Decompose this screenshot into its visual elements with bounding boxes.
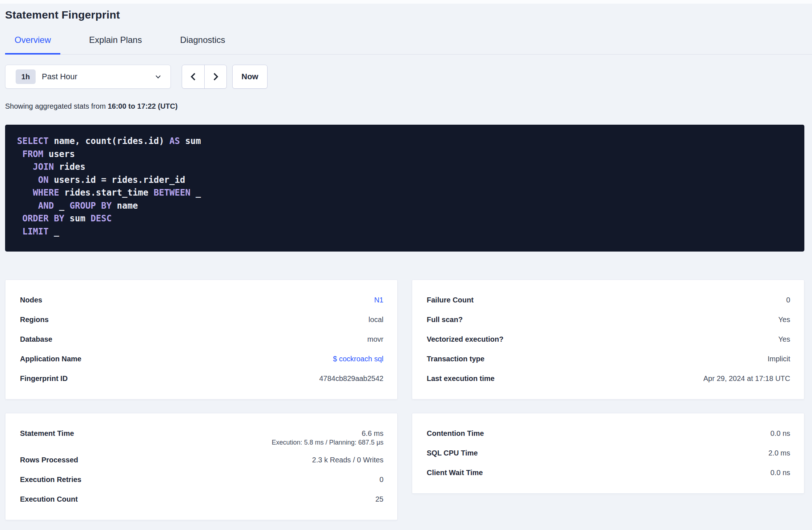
row-values: 2.3 k Reads / 0 Writes xyxy=(312,456,383,464)
row-values: $ cockroach sql xyxy=(333,355,383,363)
sql-line: FROM users xyxy=(17,148,793,161)
row-label: Fingerprint ID xyxy=(20,374,68,383)
tab-diagnostics[interactable]: Diagnostics xyxy=(170,35,234,55)
sql-keyword: JOIN xyxy=(33,162,54,172)
tab-overview[interactable]: Overview xyxy=(5,35,60,55)
sql-keyword: AS xyxy=(169,136,180,146)
sql-text: users.id = rides.rider_id xyxy=(49,175,185,185)
sql-text xyxy=(17,188,33,198)
row-label: Application Name xyxy=(20,355,81,363)
row-value: movr xyxy=(367,335,383,344)
row-value: 2.0 ms xyxy=(768,449,790,457)
stats-caption-range: 16:00 to 17:22 (UTC) xyxy=(108,102,177,110)
row-values: 4784cb829aab2542 xyxy=(319,374,383,383)
summary-cards: NodesN1RegionslocalDatabasemovrApplicati… xyxy=(5,280,804,525)
details-card: NodesN1RegionslocalDatabasemovrApplicati… xyxy=(5,280,398,399)
wait-times-card: Contention Time0.0 nsSQL CPU Time2.0 msC… xyxy=(412,413,804,494)
sql-text: sum xyxy=(180,136,201,146)
card-row: Fingerprint ID4784cb829aab2542 xyxy=(20,369,383,388)
row-values: local xyxy=(369,316,383,324)
row-label: Nodes xyxy=(20,296,42,304)
time-pager xyxy=(182,65,227,89)
sql-text xyxy=(17,175,38,185)
stats-caption-prefix: Showing aggregated stats from xyxy=(5,102,108,110)
timing-card: Statement Time6.6 msExecution: 5.8 ms / … xyxy=(5,413,398,520)
now-button[interactable]: Now xyxy=(232,65,268,89)
chevron-right-icon xyxy=(212,72,220,81)
sql-text xyxy=(17,226,22,237)
row-value: 25 xyxy=(375,495,383,503)
page-title: Statement Fingerprint xyxy=(5,9,804,21)
sql-text xyxy=(17,162,33,172)
stats-caption: Showing aggregated stats from 16:00 to 1… xyxy=(5,102,804,111)
page-header: Statement Fingerprint xyxy=(0,4,812,21)
card-row: SQL CPU Time2.0 ms xyxy=(427,443,790,463)
sql-keyword: GROUP BY xyxy=(70,201,112,211)
card-row: Full scan?Yes xyxy=(427,310,790,329)
row-values: Implicit xyxy=(768,355,790,363)
sql-text: rides xyxy=(54,162,85,172)
card-row: Vectorized execution?Yes xyxy=(427,329,790,349)
time-range-badge: 1h xyxy=(16,69,36,84)
card-row: Contention Time0.0 ns xyxy=(427,423,790,443)
sql-keyword: LIMIT xyxy=(22,226,48,237)
row-value-link[interactable]: N1 xyxy=(374,296,383,304)
card-row: Client Wait Time0.0 ns xyxy=(427,463,790,482)
card-row: Statement Time6.6 msExecution: 5.8 ms / … xyxy=(20,423,383,446)
row-value: Implicit xyxy=(768,355,790,363)
row-value: 0.0 ns xyxy=(771,469,790,477)
sql-keyword: SELECT xyxy=(17,136,49,146)
row-label: SQL CPU Time xyxy=(427,449,478,457)
top-strip xyxy=(0,0,812,4)
row-values: 6.6 msExecution: 5.8 ms / Planning: 687.… xyxy=(272,423,383,446)
sql-text: users xyxy=(43,149,75,159)
sql-statement: SELECT name, count(rides.id) AS sum FROM… xyxy=(5,125,804,252)
next-interval-button[interactable] xyxy=(204,65,226,88)
card-row: Execution Count25 xyxy=(20,489,383,509)
card-row: NodesN1 xyxy=(20,290,383,310)
row-value: 0.0 ns xyxy=(771,429,790,438)
row-label: Execution Count xyxy=(20,495,78,503)
row-values: 2.0 ms xyxy=(768,449,790,457)
sql-text: sum xyxy=(64,213,91,224)
row-value: 0 xyxy=(786,296,790,304)
sql-keyword: DESC xyxy=(91,213,112,224)
sql-keyword: BETWEEN xyxy=(154,188,190,198)
card-row: Failure Count0 xyxy=(427,290,790,310)
time-range-dropdown[interactable]: 1h Past Hour xyxy=(5,65,171,89)
sql-keyword: AND xyxy=(38,201,54,211)
row-value-link[interactable]: $ cockroach sql xyxy=(333,355,383,363)
row-value: Yes xyxy=(778,316,790,324)
row-values: Yes xyxy=(778,335,790,344)
page-content: 1h Past Hour xyxy=(0,65,812,525)
card-row: Databasemovr xyxy=(20,329,383,349)
prev-interval-button[interactable] xyxy=(182,65,204,88)
row-label: Last execution time xyxy=(427,374,495,383)
sql-text xyxy=(17,213,22,224)
row-label: Statement Time xyxy=(20,423,74,443)
row-values: N1 xyxy=(374,296,383,304)
sql-keyword: ORDER BY xyxy=(22,213,64,224)
row-values: 0 xyxy=(786,296,790,304)
sql-line: AND _ GROUP BY name xyxy=(17,200,793,213)
tab-explain-plans[interactable]: Explain Plans xyxy=(80,35,151,55)
card-row: Transaction typeImplicit xyxy=(427,349,790,369)
row-values: movr xyxy=(367,335,383,344)
execution-attributes-card: Failure Count0Full scan?YesVectorized ex… xyxy=(412,280,804,399)
row-label: Rows Processed xyxy=(20,456,78,464)
card-row: Rows Processed2.3 k Reads / 0 Writes xyxy=(20,450,383,470)
row-values: 0 xyxy=(379,475,383,484)
sql-line: ORDER BY sum DESC xyxy=(17,212,793,225)
time-range-label: Past Hour xyxy=(42,72,77,81)
sql-keyword: FROM xyxy=(22,149,43,159)
chevron-left-icon xyxy=(189,72,197,81)
row-label: Regions xyxy=(20,316,49,324)
row-label: Full scan? xyxy=(427,316,463,324)
row-values: 0.0 ns xyxy=(771,469,790,477)
card-row: Last execution timeApr 29, 2024 at 17:18… xyxy=(427,369,790,388)
row-values: Yes xyxy=(778,316,790,324)
time-controls: 1h Past Hour xyxy=(5,65,804,89)
card-row: Regionslocal xyxy=(20,310,383,329)
row-label: Vectorized execution? xyxy=(427,335,503,344)
row-value: Apr 29, 2024 at 17:18 UTC xyxy=(703,374,790,383)
